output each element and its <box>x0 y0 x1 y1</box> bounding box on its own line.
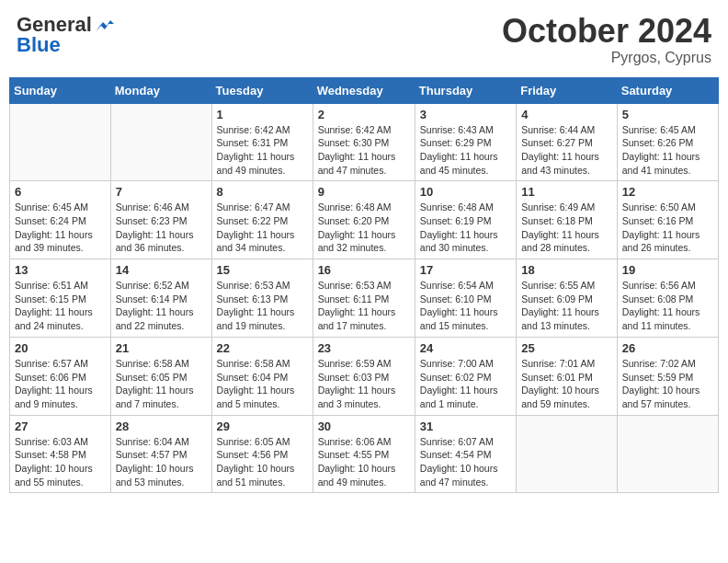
day-number: 29 <box>217 419 308 433</box>
day-number: 3 <box>420 108 511 121</box>
day-number: 2 <box>318 108 410 121</box>
calendar-cell: 4Sunrise: 6:44 AM Sunset: 6:27 PM Daylig… <box>517 103 618 181</box>
day-number: 13 <box>15 263 106 277</box>
day-header-tuesday: Tuesday <box>211 77 313 103</box>
day-info: Sunrise: 6:58 AM Sunset: 6:05 PM Dayligh… <box>116 357 207 411</box>
calendar-cell: 11Sunrise: 6:49 AM Sunset: 6:18 PM Dayli… <box>517 181 618 259</box>
calendar-cell: 18Sunrise: 6:55 AM Sunset: 6:09 PM Dayli… <box>517 259 618 338</box>
day-number: 1 <box>217 108 308 121</box>
day-info: Sunrise: 6:42 AM Sunset: 6:30 PM Dayligh… <box>318 123 410 178</box>
day-info: Sunrise: 6:53 AM Sunset: 6:11 PM Dayligh… <box>318 279 410 333</box>
day-info: Sunrise: 6:48 AM Sunset: 6:20 PM Dayligh… <box>318 201 410 255</box>
calendar-cell: 8Sunrise: 6:47 AM Sunset: 6:22 PM Daylig… <box>211 181 313 259</box>
day-number: 27 <box>15 419 106 433</box>
calendar-cell: 15Sunrise: 6:53 AM Sunset: 6:13 PM Dayli… <box>211 259 313 338</box>
day-info: Sunrise: 6:43 AM Sunset: 6:29 PM Dayligh… <box>420 123 511 178</box>
day-number: 26 <box>622 341 713 355</box>
day-info: Sunrise: 7:02 AM Sunset: 5:59 PM Dayligh… <box>622 357 713 411</box>
calendar-week-4: 20Sunrise: 6:57 AM Sunset: 6:06 PM Dayli… <box>10 337 719 415</box>
day-number: 17 <box>420 263 511 277</box>
calendar-cell: 21Sunrise: 6:58 AM Sunset: 6:05 PM Dayli… <box>110 337 211 415</box>
day-number: 31 <box>420 419 511 433</box>
day-number: 19 <box>622 263 713 277</box>
day-number: 23 <box>318 341 410 355</box>
day-info: Sunrise: 6:05 AM Sunset: 4:56 PM Dayligh… <box>217 435 308 489</box>
day-header-friday: Friday <box>517 77 618 103</box>
day-info: Sunrise: 6:47 AM Sunset: 6:22 PM Dayligh… <box>217 201 308 255</box>
day-number: 30 <box>318 419 410 433</box>
calendar-cell: 1Sunrise: 6:42 AM Sunset: 6:31 PM Daylig… <box>211 103 313 181</box>
location: Pyrgos, Cyprus <box>502 50 711 66</box>
day-header-sunday: Sunday <box>10 77 111 103</box>
calendar-body: 1Sunrise: 6:42 AM Sunset: 6:31 PM Daylig… <box>10 103 719 493</box>
day-info: Sunrise: 6:04 AM Sunset: 4:57 PM Dayligh… <box>116 435 207 489</box>
calendar-cell: 14Sunrise: 6:52 AM Sunset: 6:14 PM Dayli… <box>110 259 211 338</box>
calendar-cell: 20Sunrise: 6:57 AM Sunset: 6:06 PM Dayli… <box>10 337 111 415</box>
calendar-cell: 27Sunrise: 6:03 AM Sunset: 4:58 PM Dayli… <box>10 415 111 493</box>
logo-bird-icon <box>94 18 114 35</box>
day-info: Sunrise: 6:48 AM Sunset: 6:19 PM Dayligh… <box>420 201 511 255</box>
calendar-cell: 23Sunrise: 6:59 AM Sunset: 6:03 PM Dayli… <box>313 337 415 415</box>
day-number: 8 <box>217 185 308 199</box>
day-number: 25 <box>521 341 612 355</box>
calendar-week-1: 1Sunrise: 6:42 AM Sunset: 6:31 PM Daylig… <box>10 103 719 181</box>
calendar-table: SundayMondayTuesdayWednesdayThursdayFrid… <box>9 77 719 494</box>
calendar-cell <box>517 415 618 493</box>
calendar-cell: 9Sunrise: 6:48 AM Sunset: 6:20 PM Daylig… <box>313 181 415 259</box>
day-number: 18 <box>521 263 612 277</box>
day-info: Sunrise: 7:01 AM Sunset: 6:01 PM Dayligh… <box>521 357 612 411</box>
calendar-cell: 31Sunrise: 6:07 AM Sunset: 4:54 PM Dayli… <box>415 415 516 493</box>
day-info: Sunrise: 6:55 AM Sunset: 6:09 PM Dayligh… <box>521 279 612 333</box>
page-header: General Blue October 2024 Pyrgos, Cyprus <box>9 9 719 70</box>
calendar-cell: 19Sunrise: 6:56 AM Sunset: 6:08 PM Dayli… <box>617 259 718 338</box>
day-info: Sunrise: 6:46 AM Sunset: 6:23 PM Dayligh… <box>116 201 207 255</box>
calendar-cell: 24Sunrise: 7:00 AM Sunset: 6:02 PM Dayli… <box>415 337 516 415</box>
day-number: 22 <box>217 341 308 355</box>
day-info: Sunrise: 6:52 AM Sunset: 6:14 PM Dayligh… <box>116 279 207 333</box>
calendar-cell: 6Sunrise: 6:45 AM Sunset: 6:24 PM Daylig… <box>10 181 111 259</box>
day-number: 28 <box>116 419 207 433</box>
calendar-cell: 30Sunrise: 6:06 AM Sunset: 4:55 PM Dayli… <box>313 415 415 493</box>
day-header-wednesday: Wednesday <box>313 77 415 103</box>
day-info: Sunrise: 6:53 AM Sunset: 6:13 PM Dayligh… <box>217 279 308 333</box>
calendar-week-5: 27Sunrise: 6:03 AM Sunset: 4:58 PM Dayli… <box>10 415 719 493</box>
day-number: 4 <box>521 108 612 121</box>
calendar-cell <box>110 103 211 181</box>
day-info: Sunrise: 6:51 AM Sunset: 6:15 PM Dayligh… <box>15 279 106 333</box>
day-header-monday: Monday <box>110 77 211 103</box>
day-number: 14 <box>116 263 207 277</box>
day-number: 20 <box>15 341 106 355</box>
calendar-cell: 13Sunrise: 6:51 AM Sunset: 6:15 PM Dayli… <box>10 259 111 338</box>
calendar-cell: 10Sunrise: 6:48 AM Sunset: 6:19 PM Dayli… <box>415 181 516 259</box>
title-block: October 2024 Pyrgos, Cyprus <box>502 13 711 66</box>
calendar-week-3: 13Sunrise: 6:51 AM Sunset: 6:15 PM Dayli… <box>10 259 719 338</box>
day-number: 5 <box>622 108 713 121</box>
calendar-cell <box>10 103 111 181</box>
calendar-cell: 7Sunrise: 6:46 AM Sunset: 6:23 PM Daylig… <box>110 181 211 259</box>
day-number: 6 <box>15 185 106 199</box>
day-header-saturday: Saturday <box>617 77 718 103</box>
calendar-cell: 29Sunrise: 6:05 AM Sunset: 4:56 PM Dayli… <box>211 415 313 493</box>
calendar-header-row: SundayMondayTuesdayWednesdayThursdayFrid… <box>10 77 719 103</box>
calendar-cell: 16Sunrise: 6:53 AM Sunset: 6:11 PM Dayli… <box>313 259 415 338</box>
day-info: Sunrise: 6:49 AM Sunset: 6:18 PM Dayligh… <box>521 201 612 255</box>
day-info: Sunrise: 6:45 AM Sunset: 6:26 PM Dayligh… <box>622 123 713 178</box>
calendar-cell: 17Sunrise: 6:54 AM Sunset: 6:10 PM Dayli… <box>415 259 516 338</box>
calendar-cell <box>617 415 718 493</box>
day-info: Sunrise: 6:50 AM Sunset: 6:16 PM Dayligh… <box>622 201 713 255</box>
logo: General Blue <box>17 13 114 57</box>
calendar-cell: 26Sunrise: 7:02 AM Sunset: 5:59 PM Dayli… <box>617 337 718 415</box>
day-number: 15 <box>217 263 308 277</box>
day-info: Sunrise: 6:06 AM Sunset: 4:55 PM Dayligh… <box>318 435 410 489</box>
day-info: Sunrise: 6:44 AM Sunset: 6:27 PM Dayligh… <box>521 123 612 178</box>
svg-marker-0 <box>96 20 114 31</box>
calendar-cell: 28Sunrise: 6:04 AM Sunset: 4:57 PM Dayli… <box>110 415 211 493</box>
day-number: 21 <box>116 341 207 355</box>
day-number: 11 <box>521 185 612 199</box>
day-number: 7 <box>116 185 207 199</box>
calendar-cell: 2Sunrise: 6:42 AM Sunset: 6:30 PM Daylig… <box>313 103 415 181</box>
month-title: October 2024 <box>502 13 711 50</box>
day-info: Sunrise: 7:00 AM Sunset: 6:02 PM Dayligh… <box>420 357 511 411</box>
day-info: Sunrise: 6:59 AM Sunset: 6:03 PM Dayligh… <box>318 357 410 411</box>
calendar-week-2: 6Sunrise: 6:45 AM Sunset: 6:24 PM Daylig… <box>10 181 719 259</box>
